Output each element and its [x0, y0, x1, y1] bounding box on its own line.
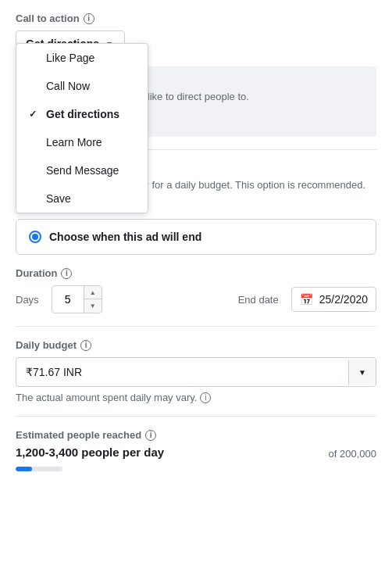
stepper-down-button[interactable]: ▼ [84, 299, 102, 313]
checkmark-get-directions: ✓ [29, 109, 40, 120]
reach-label-text: Estimated people reached [16, 429, 141, 441]
reach-progress-bar [16, 467, 62, 471]
end-date-value: 25/2/2020 [319, 293, 368, 306]
dropdown-item-save-label: Save [46, 192, 71, 205]
duration-label-text: Duration [16, 267, 57, 279]
daily-budget-label: Daily budget i [16, 339, 376, 351]
days-input[interactable] [52, 288, 84, 310]
dropdown-item-like-page[interactable]: Like Page [16, 44, 148, 72]
cta-dropdown-menu: Like Page Call Now ✓ Get directions Lear… [16, 43, 148, 213]
dropdown-item-learn-more-label: Learn More [46, 136, 102, 149]
reach-progress-fill [16, 467, 32, 471]
dropdown-item-get-directions[interactable]: ✓ Get directions [16, 100, 148, 128]
duration-section: Duration i Days ▲ ▼ End date 📅 25/2/2020 [16, 267, 376, 313]
call-to-action-label: Call to action i [16, 13, 376, 24]
dropdown-item-call-now[interactable]: Call Now [16, 72, 148, 100]
reach-of-total: of 200,000 [329, 448, 376, 460]
duration-info-icon[interactable]: i [61, 268, 72, 279]
days-label: Days [16, 294, 39, 306]
stepper-buttons: ▲ ▼ [84, 286, 102, 313]
estimated-reach-section: Estimated people reached i 1,200-3,400 p… [16, 429, 376, 471]
dropdown-item-get-directions-label: Get directions [46, 108, 119, 120]
budget-input[interactable]: ₹71.67 INR [16, 358, 348, 386]
cta-label-text: Call to action [16, 13, 80, 24]
cta-info-icon[interactable]: i [84, 13, 94, 24]
dropdown-item-save[interactable]: Save [16, 184, 148, 213]
stepper-up-button[interactable]: ▲ [84, 286, 102, 299]
reach-info-icon[interactable]: i [145, 430, 156, 441]
choose-end-label: Choose when this ad will end [49, 231, 201, 243]
radio-dot [32, 234, 38, 240]
dropdown-item-send-message[interactable]: Send Message [16, 156, 148, 184]
dropdown-item-call-now-label: Call Now [46, 80, 90, 92]
divider-3 [16, 416, 376, 417]
choose-end-option[interactable]: Choose when this ad will end [16, 219, 376, 255]
daily-budget-info-icon[interactable]: i [80, 340, 91, 351]
duration-row: Days ▲ ▼ End date 📅 25/2/2020 [16, 285, 376, 313]
divider-2 [16, 326, 376, 327]
dropdown-item-send-message-label: Send Message [46, 164, 119, 177]
reach-row: 1,200-3,400 people per day of 200,000 [16, 446, 376, 462]
budget-note: The actual amount spent daily may vary. … [16, 392, 376, 403]
daily-budget-label-text: Daily budget [16, 339, 77, 351]
reach-value: 1,200-3,400 people per day [16, 446, 164, 459]
days-input-group: ▲ ▼ [52, 285, 102, 313]
budget-dropdown-button[interactable]: ▼ [348, 360, 376, 385]
end-date-input[interactable]: 📅 25/2/2020 [291, 287, 376, 312]
budget-dropdown-row: ₹71.67 INR ▼ [16, 357, 376, 387]
duration-label: Duration i [16, 267, 376, 279]
dropdown-item-learn-more[interactable]: Learn More [16, 128, 148, 156]
budget-note-text: The actual amount spent daily may vary. [16, 392, 197, 403]
reach-label: Estimated people reached i [16, 429, 376, 441]
dropdown-item-like-page-label: Like Page [46, 52, 94, 64]
daily-budget-section: Daily budget i ₹71.67 INR ▼ The actual a… [16, 339, 376, 403]
budget-note-info-icon[interactable]: i [200, 392, 211, 403]
main-container: Call to action i Get directions ▼ Like P… [0, 0, 392, 587]
calendar-icon: 📅 [300, 293, 313, 306]
radio-circle [29, 231, 41, 243]
end-date-label: End date [238, 294, 279, 306]
